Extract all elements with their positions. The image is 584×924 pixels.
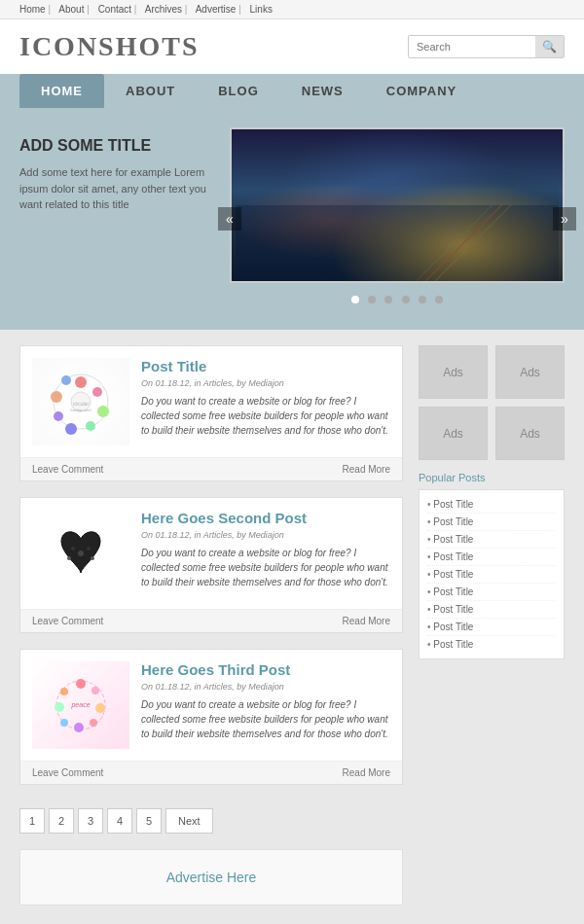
svg-point-13: [61, 375, 71, 385]
popular-posts-title: Popular Posts: [419, 472, 565, 483]
sidebar: Ads Ads Ads Ads Popular Posts Post Title…: [419, 345, 565, 921]
post-footer-3: Leave Comment Read More: [20, 761, 402, 784]
read-more-1[interactable]: Read More: [343, 464, 390, 475]
topbar-link-archives[interactable]: Archives: [145, 4, 188, 15]
advertise-section: Advertise Here: [19, 849, 403, 906]
svg-point-7: [92, 387, 102, 397]
content-area: circular background Post Title On 01.18.…: [19, 345, 403, 921]
svg-point-21: [67, 556, 71, 560]
hero-image-wrap: « »: [230, 127, 565, 310]
leave-comment-2[interactable]: Leave Comment: [32, 616, 103, 626]
hero-description: Add some text here for example Lorem ips…: [19, 164, 214, 213]
svg-point-23: [76, 679, 86, 689]
dot-1[interactable]: [351, 296, 359, 303]
svg-point-25: [95, 703, 105, 713]
pagination: 1 2 3 4 5 Next: [19, 800, 403, 849]
hero-title: ADD SOME TITLE: [19, 137, 214, 155]
svg-text:circular: circular: [73, 401, 89, 407]
svg-point-9: [86, 421, 95, 431]
dot-4[interactable]: [402, 296, 410, 303]
ad-box-3[interactable]: Ads: [419, 407, 488, 460]
page-btn-1[interactable]: 1: [19, 808, 45, 834]
ad-box-4[interactable]: Ads: [495, 407, 565, 460]
post-body-3: Here Goes Third Post On 01.18.12, in Art…: [141, 661, 390, 749]
page-btn-4[interactable]: 4: [107, 808, 132, 834]
topbar: Home About Contact Archives Advertise Li…: [0, 0, 584, 19]
dot-6[interactable]: [435, 296, 443, 303]
popular-post-9[interactable]: Post Title: [427, 636, 556, 653]
svg-point-8: [97, 406, 109, 417]
ads-grid: Ads Ads Ads Ads: [419, 345, 565, 460]
post-excerpt-2: Do you want to create a website or blog …: [141, 546, 390, 589]
hero-prev-arrow[interactable]: «: [218, 207, 241, 231]
search-box: 🔍: [408, 35, 565, 58]
nav-item-blog[interactable]: BLOG: [197, 74, 280, 108]
hero-section: ADD SOME TITLE Add some text here for ex…: [0, 108, 584, 330]
advertise-link[interactable]: Advertise Here: [166, 870, 257, 885]
popular-post-6[interactable]: Post Title: [427, 584, 556, 601]
svg-point-26: [90, 719, 97, 727]
post-excerpt-1: Do you want to create a website or blog …: [141, 394, 390, 438]
read-more-2[interactable]: Read More: [343, 616, 390, 626]
ad-box-2[interactable]: Ads: [495, 345, 565, 399]
post-card-1: circular background Post Title On 01.18.…: [19, 345, 403, 481]
svg-text:background: background: [71, 408, 91, 412]
nav-item-home[interactable]: HOME: [19, 74, 104, 108]
topbar-link-home[interactable]: Home: [19, 4, 51, 15]
ad-box-1[interactable]: Ads: [419, 345, 488, 399]
leave-comment-3[interactable]: Leave Comment: [32, 767, 103, 778]
page-btn-3[interactable]: 3: [78, 808, 103, 834]
popular-posts-list: Post Title Post Title Post Title Post Ti…: [419, 489, 565, 659]
search-button[interactable]: 🔍: [535, 36, 564, 57]
post-title-1: Post Title: [141, 358, 390, 374]
post-meta-2: On 01.18.12, in Articles, by Mediajon: [141, 530, 390, 540]
popular-post-7[interactable]: Post Title: [427, 601, 556, 619]
dot-2[interactable]: [368, 296, 376, 303]
topbar-link-about[interactable]: About: [58, 4, 90, 15]
svg-point-20: [91, 556, 94, 560]
svg-point-27: [74, 723, 84, 732]
page-btn-5[interactable]: 5: [136, 808, 162, 834]
page-btn-next[interactable]: Next: [165, 808, 213, 834]
svg-point-24: [91, 687, 99, 694]
nav-item-about[interactable]: ABOUT: [104, 74, 197, 108]
leave-comment-1[interactable]: Leave Comment: [32, 464, 103, 475]
post-meta-3: On 01.18.12, in Articles, by Mediajon: [141, 682, 390, 692]
post-thumb-1: circular background: [32, 358, 129, 445]
svg-rect-4: [236, 205, 559, 281]
logo: ICONSHOTS: [19, 31, 200, 62]
svg-point-6: [75, 376, 87, 388]
read-more-3[interactable]: Read More: [343, 767, 390, 778]
hero-dots: [230, 283, 565, 310]
dot-3[interactable]: [384, 296, 392, 303]
nav-item-company[interactable]: COMPANY: [365, 74, 478, 108]
popular-post-5[interactable]: Post Title: [427, 566, 556, 584]
svg-point-30: [60, 688, 68, 695]
main-content: circular background Post Title On 01.18.…: [0, 330, 584, 924]
hero-image: [230, 127, 565, 283]
topbar-link-links[interactable]: Links: [250, 4, 273, 15]
dot-5[interactable]: [419, 296, 426, 303]
hero-text: ADD SOME TITLE Add some text here for ex…: [19, 127, 214, 213]
hero-next-arrow[interactable]: »: [553, 207, 576, 231]
post-thumb-3: peace: [32, 661, 129, 749]
post-excerpt-3: Do you want to create a website or blog …: [141, 697, 390, 741]
popular-post-2[interactable]: Post Title: [427, 514, 556, 531]
popular-post-3[interactable]: Post Title: [427, 531, 556, 549]
main-nav: HOME ABOUT BLOG NEWS COMPANY: [0, 74, 584, 108]
topbar-link-contact[interactable]: Contact: [98, 4, 137, 15]
topbar-link-advertise[interactable]: Advertise: [196, 4, 241, 15]
post-thumb-2: [32, 510, 129, 597]
popular-post-8[interactable]: Post Title: [427, 619, 556, 636]
svg-point-29: [55, 702, 64, 712]
page-btn-2[interactable]: 2: [49, 808, 74, 834]
nav-item-news[interactable]: NEWS: [280, 74, 365, 108]
popular-post-4[interactable]: Post Title: [427, 549, 556, 566]
post-title-2: Here Goes Second Post: [141, 510, 390, 526]
popular-posts-section: Popular Posts Post Title Post Title Post…: [419, 472, 565, 659]
svg-point-17: [78, 551, 84, 556]
search-input[interactable]: [409, 36, 535, 57]
post-footer-1: Leave Comment Read More: [20, 457, 402, 480]
popular-post-1[interactable]: Post Title: [427, 496, 556, 514]
thumb-svg-2: [37, 515, 125, 592]
